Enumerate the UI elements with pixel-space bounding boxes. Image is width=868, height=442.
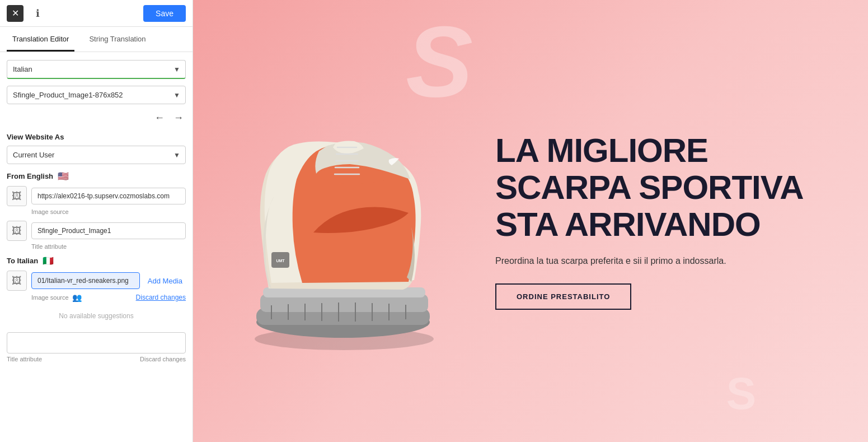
- from-image-field-row: 🖼: [7, 186, 186, 206]
- heading-line1: LA MIGLIORE: [495, 132, 708, 169]
- info-button[interactable]: ℹ: [29, 5, 46, 22]
- promo-heading: LA MIGLIORE SCARPA SPORTIVA STA ARRIVAND…: [495, 132, 834, 243]
- shoe-illustration: UMT: [215, 87, 473, 356]
- tabs: Translation Editor String Translation: [0, 27, 193, 52]
- watermark: S: [726, 368, 756, 420]
- promo-subtext: Preordina la tua scarpa preferita e sii …: [495, 254, 834, 268]
- close-button[interactable]: ✕: [7, 5, 24, 22]
- current-user-dropdown[interactable]: Current User Guest Admin: [7, 146, 186, 164]
- from-image-src-input[interactable]: [31, 188, 186, 204]
- from-image-icon: 🖼: [7, 186, 27, 206]
- suggestions-text: No available suggestions: [7, 308, 186, 324]
- right-preview: S: [193, 0, 868, 442]
- discard-changes-link[interactable]: Discard changes: [136, 294, 186, 301]
- to-italian-label: To Italian 🇮🇹: [7, 255, 186, 266]
- image-dropdown[interactable]: Sfingle_Product_Image1-876x852: [7, 86, 186, 104]
- from-title-field-row: 🖼: [7, 221, 186, 241]
- from-title-icon: 🖼: [7, 221, 27, 241]
- panel-scroll: Italian French German Spanish ▼ Sfingle_…: [0, 52, 193, 442]
- heading-line3: STA ARRIVANDO: [495, 206, 761, 243]
- top-bar: ✕ ℹ Save: [0, 0, 193, 27]
- save-button[interactable]: Save: [143, 5, 186, 22]
- from-title-input[interactable]: [31, 222, 186, 239]
- from-flag: 🇺🇸: [58, 171, 69, 182]
- language-dropdown-wrap: Italian French German Spanish ▼: [7, 60, 186, 79]
- to-image-icon: 🖼: [7, 271, 27, 291]
- current-user-dropdown-wrap: Current User Guest Admin ▼: [7, 146, 186, 164]
- to-flag: 🇮🇹: [43, 255, 54, 266]
- add-media-button[interactable]: Add Media: [144, 273, 186, 289]
- title-attribute-input[interactable]: [7, 332, 186, 353]
- view-website-as-label: View Website As: [7, 133, 186, 141]
- bottom-labels: Title attribute Discard changes: [7, 356, 186, 362]
- shoe-container: UMT: [215, 87, 473, 356]
- tab-translation-editor[interactable]: Translation Editor: [7, 27, 74, 52]
- forward-arrow-button[interactable]: →: [171, 111, 186, 125]
- heading-line2: SCARPA SPORTIVA: [495, 169, 804, 206]
- language-dropdown[interactable]: Italian French German Spanish: [7, 60, 186, 79]
- back-arrow-button[interactable]: ←: [152, 111, 167, 125]
- svg-text:UMT: UMT: [276, 259, 285, 263]
- from-image-src-label: Image source: [31, 208, 186, 215]
- tab-string-translation[interactable]: String Translation: [83, 27, 151, 52]
- from-title-label: Title attribute: [31, 243, 186, 250]
- discard-title-label: Discard changes: [140, 356, 186, 362]
- title-attribute-label: Title attribute: [7, 356, 42, 362]
- to-image-field-row: 🖼 Add Media: [7, 271, 186, 291]
- users-icon: 👥: [72, 293, 82, 302]
- left-panel: ✕ ℹ Save Translation Editor String Trans…: [0, 0, 193, 442]
- image-dropdown-wrap: Sfingle_Product_Image1-876x852 ▼: [7, 86, 186, 104]
- promo-text: LA MIGLIORE SCARPA SPORTIVA STA ARRIVAND…: [473, 132, 834, 310]
- to-image-src-input[interactable]: [31, 272, 140, 289]
- nav-arrows: ← →: [7, 111, 186, 125]
- from-english-label: From English 🇺🇸: [7, 171, 186, 182]
- to-image-src-label: Image source 👥 Discard changes: [31, 293, 186, 302]
- cta-button[interactable]: ORDINE PRESTABILITO: [495, 283, 631, 310]
